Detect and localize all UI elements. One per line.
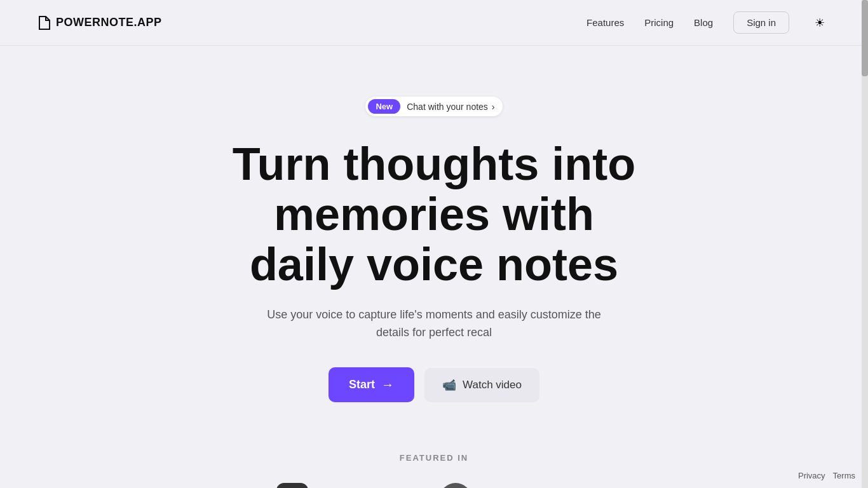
theme-toggle-button[interactable]: ☀ (810, 13, 830, 33)
watch-label: Watch video (463, 379, 522, 391)
producthunt-logo-item[interactable]: P Product Hunt (440, 483, 592, 488)
nav-features[interactable]: Features (587, 17, 624, 28)
youtube-logo-item[interactable]: YouTube (276, 483, 390, 488)
hero-section: New Chat with your notes › Turn thoughts… (0, 46, 868, 488)
hero-title: Turn thoughts into memories with daily v… (148, 139, 720, 290)
start-label: Start (349, 378, 375, 391)
new-badge-arrow: › (492, 102, 500, 112)
terms-link[interactable]: Terms (833, 471, 855, 480)
featured-logos: YouTube P Product Hunt (276, 483, 592, 488)
hero-buttons: Start → 📹 Watch video (329, 367, 539, 402)
video-camera-icon: 📹 (442, 378, 456, 392)
footer: Privacy Terms (785, 463, 868, 488)
featured-label: FEATURED IN (400, 453, 468, 463)
logo[interactable]: POWERNOTE.APP (38, 15, 162, 30)
nav-blog[interactable]: Blog (694, 17, 713, 28)
new-badge-text: Chat with your notes (407, 102, 492, 112)
scrollbar-thumb[interactable] (862, 0, 868, 76)
hero-subtitle: Use your voice to capture life's moments… (256, 306, 612, 342)
logo-icon (38, 15, 51, 30)
sign-in-button[interactable]: Sign in (733, 11, 789, 34)
watch-video-button[interactable]: 📹 Watch video (424, 368, 539, 402)
logo-text: POWERNOTE.APP (56, 16, 162, 29)
nav-links: Features Pricing Blog Sign in ☀ (587, 11, 830, 34)
nav-pricing[interactable]: Pricing (644, 17, 674, 28)
new-badge-label: New (368, 99, 400, 114)
producthunt-icon: P (440, 483, 471, 488)
navbar: POWERNOTE.APP Features Pricing Blog Sign… (0, 0, 868, 46)
featured-section: FEATURED IN YouTube P Product Hunt (276, 453, 592, 488)
privacy-link[interactable]: Privacy (798, 471, 825, 480)
start-button[interactable]: Start → (329, 367, 414, 402)
sun-icon: ☀ (815, 16, 825, 30)
start-arrow-icon: → (381, 377, 394, 392)
scrollbar[interactable] (862, 0, 868, 488)
youtube-icon (276, 483, 308, 488)
new-badge-container[interactable]: New Chat with your notes › (365, 97, 502, 116)
